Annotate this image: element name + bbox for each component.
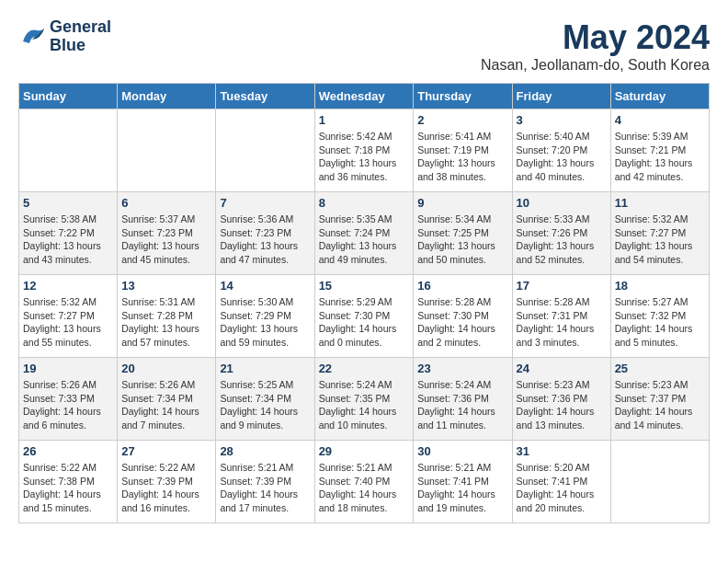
calendar-cell: 2Sunrise: 5:41 AM Sunset: 7:19 PM Daylig… [414, 109, 512, 192]
day-info: Sunrise: 5:30 AM Sunset: 7:29 PM Dayligh… [220, 295, 310, 350]
day-number: 4 [615, 113, 705, 127]
calendar-cell: 8Sunrise: 5:35 AM Sunset: 7:24 PM Daylig… [314, 192, 414, 275]
day-info: Sunrise: 5:27 AM Sunset: 7:32 PM Dayligh… [615, 295, 705, 350]
page-header: General Blue May 2024 Nasan, Jeollanam-d… [18, 18, 710, 74]
day-number: 15 [319, 279, 410, 293]
day-info: Sunrise: 5:20 AM Sunset: 7:41 PM Dayligh… [517, 461, 607, 515]
calendar-cell: 10Sunrise: 5:33 AM Sunset: 7:26 PM Dayli… [512, 192, 610, 275]
day-info: Sunrise: 5:21 AM Sunset: 7:41 PM Dayligh… [417, 461, 507, 515]
calendar-cell: 26Sunrise: 5:22 AM Sunset: 7:38 PM Dayli… [19, 441, 118, 523]
day-info: Sunrise: 5:33 AM Sunset: 7:26 PM Dayligh… [517, 213, 607, 267]
calendar-week-row: 26Sunrise: 5:22 AM Sunset: 7:38 PM Dayli… [19, 441, 710, 523]
calendar-table: SundayMondayTuesdayWednesdayThursdayFrid… [18, 83, 710, 523]
day-number: 16 [417, 279, 507, 293]
calendar-cell [610, 441, 709, 523]
calendar-cell: 23Sunrise: 5:24 AM Sunset: 7:36 PM Dayli… [414, 358, 512, 441]
weekday-header-monday: Monday [118, 84, 216, 109]
day-info: Sunrise: 5:28 AM Sunset: 7:30 PM Dayligh… [417, 295, 507, 350]
calendar-cell: 22Sunrise: 5:24 AM Sunset: 7:35 PM Dayli… [314, 358, 414, 441]
calendar-cell: 19Sunrise: 5:26 AM Sunset: 7:33 PM Dayli… [19, 358, 118, 441]
day-number: 11 [615, 196, 705, 210]
day-number: 23 [417, 362, 507, 375]
calendar-cell [19, 109, 118, 192]
day-number: 5 [23, 196, 113, 210]
calendar-cell: 18Sunrise: 5:27 AM Sunset: 7:32 PM Dayli… [610, 275, 709, 358]
day-number: 24 [517, 362, 607, 375]
calendar-cell: 17Sunrise: 5:28 AM Sunset: 7:31 PM Dayli… [512, 275, 610, 358]
day-number: 6 [121, 196, 211, 210]
location: Nasan, Jeollanam-do, South Korea [481, 57, 710, 74]
calendar-cell: 9Sunrise: 5:34 AM Sunset: 7:25 PM Daylig… [414, 192, 512, 275]
day-info: Sunrise: 5:24 AM Sunset: 7:35 PM Dayligh… [319, 378, 410, 432]
day-number: 7 [220, 196, 310, 210]
day-info: Sunrise: 5:22 AM Sunset: 7:38 PM Dayligh… [23, 461, 113, 515]
day-info: Sunrise: 5:34 AM Sunset: 7:25 PM Dayligh… [417, 213, 507, 267]
day-number: 21 [220, 362, 310, 375]
day-number: 14 [220, 279, 310, 293]
day-info: Sunrise: 5:31 AM Sunset: 7:28 PM Dayligh… [121, 295, 211, 350]
day-number: 13 [121, 279, 211, 293]
day-info: Sunrise: 5:38 AM Sunset: 7:22 PM Dayligh… [23, 213, 113, 267]
calendar-cell: 27Sunrise: 5:22 AM Sunset: 7:39 PM Dayli… [118, 441, 216, 523]
month-title: May 2024 [481, 18, 710, 57]
day-number: 17 [517, 279, 607, 293]
calendar-cell: 16Sunrise: 5:28 AM Sunset: 7:30 PM Dayli… [414, 275, 512, 358]
day-info: Sunrise: 5:21 AM Sunset: 7:40 PM Dayligh… [319, 461, 410, 515]
day-number: 27 [121, 444, 211, 458]
day-number: 1 [319, 113, 410, 127]
day-number: 10 [517, 196, 607, 210]
day-info: Sunrise: 5:32 AM Sunset: 7:27 PM Dayligh… [23, 295, 113, 350]
calendar-week-row: 1Sunrise: 5:42 AM Sunset: 7:18 PM Daylig… [19, 109, 710, 192]
calendar-cell: 24Sunrise: 5:23 AM Sunset: 7:36 PM Dayli… [512, 358, 610, 441]
calendar-cell: 25Sunrise: 5:23 AM Sunset: 7:37 PM Dayli… [610, 358, 709, 441]
calendar-cell: 15Sunrise: 5:29 AM Sunset: 7:30 PM Dayli… [314, 275, 414, 358]
weekday-header-wednesday: Wednesday [314, 84, 414, 109]
calendar-cell: 14Sunrise: 5:30 AM Sunset: 7:29 PM Dayli… [216, 275, 314, 358]
day-info: Sunrise: 5:42 AM Sunset: 7:18 PM Dayligh… [319, 130, 410, 184]
day-number: 9 [417, 196, 507, 210]
day-info: Sunrise: 5:37 AM Sunset: 7:23 PM Dayligh… [121, 213, 211, 267]
calendar-week-row: 19Sunrise: 5:26 AM Sunset: 7:33 PM Dayli… [19, 358, 710, 441]
day-number: 3 [517, 113, 607, 127]
calendar-cell: 21Sunrise: 5:25 AM Sunset: 7:34 PM Dayli… [216, 358, 314, 441]
calendar-week-row: 5Sunrise: 5:38 AM Sunset: 7:22 PM Daylig… [19, 192, 710, 275]
calendar-cell: 13Sunrise: 5:31 AM Sunset: 7:28 PM Dayli… [118, 275, 216, 358]
day-number: 8 [319, 196, 410, 210]
calendar-cell: 5Sunrise: 5:38 AM Sunset: 7:22 PM Daylig… [19, 192, 118, 275]
weekday-header-saturday: Saturday [610, 84, 709, 109]
calendar-cell [216, 109, 314, 192]
day-number: 31 [517, 444, 607, 458]
calendar-cell: 28Sunrise: 5:21 AM Sunset: 7:39 PM Dayli… [216, 441, 314, 523]
weekday-header-sunday: Sunday [19, 84, 118, 109]
calendar-cell: 4Sunrise: 5:39 AM Sunset: 7:21 PM Daylig… [610, 109, 709, 192]
calendar-cell: 31Sunrise: 5:20 AM Sunset: 7:41 PM Dayli… [512, 441, 610, 523]
day-info: Sunrise: 5:25 AM Sunset: 7:34 PM Dayligh… [220, 378, 310, 432]
day-number: 19 [23, 362, 113, 375]
calendar-cell: 11Sunrise: 5:32 AM Sunset: 7:27 PM Dayli… [610, 192, 709, 275]
calendar-cell: 7Sunrise: 5:36 AM Sunset: 7:23 PM Daylig… [216, 192, 314, 275]
calendar-cell: 29Sunrise: 5:21 AM Sunset: 7:40 PM Dayli… [314, 441, 414, 523]
day-info: Sunrise: 5:40 AM Sunset: 7:20 PM Dayligh… [517, 130, 607, 184]
logo-icon [18, 23, 46, 51]
calendar-cell: 20Sunrise: 5:26 AM Sunset: 7:34 PM Dayli… [118, 358, 216, 441]
day-info: Sunrise: 5:26 AM Sunset: 7:33 PM Dayligh… [23, 378, 113, 432]
calendar-cell: 1Sunrise: 5:42 AM Sunset: 7:18 PM Daylig… [314, 109, 414, 192]
day-number: 30 [417, 444, 507, 458]
day-number: 26 [23, 444, 113, 458]
day-number: 22 [319, 362, 410, 375]
day-info: Sunrise: 5:35 AM Sunset: 7:24 PM Dayligh… [319, 213, 410, 267]
day-number: 20 [121, 362, 211, 375]
calendar-cell [118, 109, 216, 192]
calendar-cell: 6Sunrise: 5:37 AM Sunset: 7:23 PM Daylig… [118, 192, 216, 275]
day-info: Sunrise: 5:32 AM Sunset: 7:27 PM Dayligh… [615, 213, 705, 267]
day-info: Sunrise: 5:36 AM Sunset: 7:23 PM Dayligh… [220, 213, 310, 267]
day-info: Sunrise: 5:22 AM Sunset: 7:39 PM Dayligh… [121, 461, 211, 515]
day-info: Sunrise: 5:28 AM Sunset: 7:31 PM Dayligh… [517, 295, 607, 350]
calendar-week-row: 12Sunrise: 5:32 AM Sunset: 7:27 PM Dayli… [19, 275, 710, 358]
calendar-cell: 30Sunrise: 5:21 AM Sunset: 7:41 PM Dayli… [414, 441, 512, 523]
day-info: Sunrise: 5:39 AM Sunset: 7:21 PM Dayligh… [615, 130, 705, 184]
calendar-cell: 3Sunrise: 5:40 AM Sunset: 7:20 PM Daylig… [512, 109, 610, 192]
weekday-header-tuesday: Tuesday [216, 84, 314, 109]
logo: General Blue [18, 18, 111, 55]
day-info: Sunrise: 5:29 AM Sunset: 7:30 PM Dayligh… [319, 295, 410, 350]
